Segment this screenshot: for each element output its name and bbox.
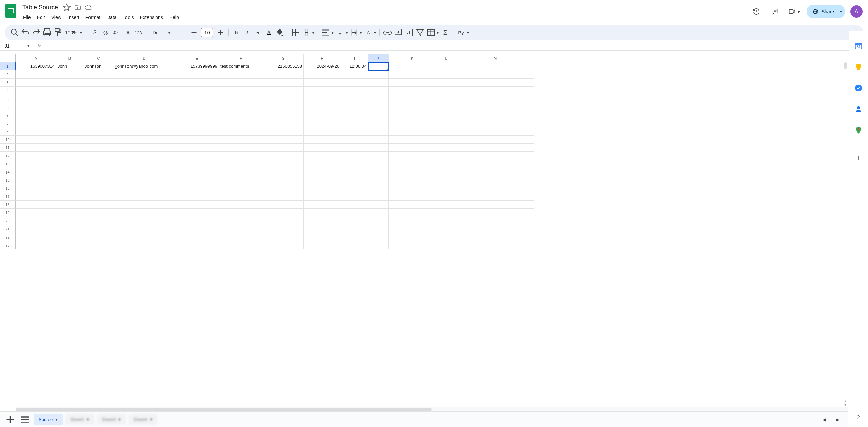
cell-A21[interactable] [16,225,56,233]
sheet-tab-blurred-1[interactable]: Sheet3▼ [97,414,126,425]
share-dropdown[interactable]: ▼ [835,5,845,18]
menu-data[interactable]: Data [104,13,119,21]
row-header-20[interactable]: 20 [0,217,16,225]
cell-F9[interactable] [219,127,263,136]
cell-D10[interactable] [114,136,175,144]
rotate-icon[interactable]: A [363,27,373,38]
cell-F23[interactable] [219,241,263,249]
merge-dropdown[interactable]: ▼ [312,31,315,35]
menu-edit[interactable]: Edit [34,13,48,21]
cell-B12[interactable] [56,152,83,160]
history-icon[interactable] [750,5,763,18]
menu-view[interactable]: View [48,13,64,21]
cell-G14[interactable] [263,168,304,176]
undo-icon[interactable] [20,27,31,38]
cell-M3[interactable] [456,79,534,87]
cell-B17[interactable] [56,192,83,201]
cell-H12[interactable] [304,152,341,160]
cell-C14[interactable] [83,168,114,176]
cell-F7[interactable] [219,111,263,119]
cell-K14[interactable] [389,168,436,176]
cell-D3[interactable] [114,79,175,87]
cell-F10[interactable] [219,136,263,144]
cell-H18[interactable] [304,201,341,209]
cell-L19[interactable] [436,209,456,217]
cell-H7[interactable] [304,111,341,119]
cell-B23[interactable] [56,241,83,249]
column-header-G[interactable]: G [263,54,304,62]
italic-icon[interactable]: I [242,27,252,38]
cell-E6[interactable] [175,103,219,111]
cell-B21[interactable] [56,225,83,233]
cell-I5[interactable] [341,95,368,103]
cell-K5[interactable] [389,95,436,103]
cell-E18[interactable] [175,201,219,209]
column-header-E[interactable]: E [175,54,219,62]
cell-L2[interactable] [436,70,456,79]
merge-icon[interactable] [301,27,312,38]
cell-J14[interactable] [368,168,389,176]
cell-L22[interactable] [436,233,456,241]
cell-K18[interactable] [389,201,436,209]
cell-C1[interactable]: Johnson [83,62,114,70]
halign-icon[interactable] [321,27,331,38]
cell-A6[interactable] [16,103,56,111]
bold-icon[interactable]: B [231,27,241,38]
cell-A17[interactable] [16,192,56,201]
cell-I7[interactable] [341,111,368,119]
cell-J20[interactable] [368,217,389,225]
cell-L10[interactable] [436,136,456,144]
cell-E2[interactable] [175,70,219,79]
cell-E19[interactable] [175,209,219,217]
cell-F18[interactable] [219,201,263,209]
row-header-9[interactable]: 9 [0,127,16,136]
cell-I11[interactable] [341,144,368,152]
cell-E12[interactable] [175,152,219,160]
cell-M6[interactable] [456,103,534,111]
cell-K3[interactable] [389,79,436,87]
cell-A11[interactable] [16,144,56,152]
cell-J6[interactable] [368,103,389,111]
horizontal-scrollbar[interactable] [16,407,848,411]
cell-F4[interactable] [219,87,263,95]
doc-title[interactable]: Table Source [20,3,60,12]
cell-E1[interactable]: 15739999999 [175,62,219,70]
row-header-18[interactable]: 18 [0,201,16,209]
cell-M16[interactable] [456,184,534,192]
cell-B9[interactable] [56,127,83,136]
row-header-22[interactable]: 22 [0,233,16,241]
cell-B10[interactable] [56,136,83,144]
cell-F8[interactable] [219,119,263,127]
row-header-16[interactable]: 16 [0,184,16,192]
paint-format-icon[interactable] [53,27,63,38]
cell-B22[interactable] [56,233,83,241]
cell-A1[interactable]: 1639007314 [16,62,56,70]
cell-H6[interactable] [304,103,341,111]
cell-M19[interactable] [456,209,534,217]
menu-format[interactable]: Format [83,13,103,21]
cell-G9[interactable] [263,127,304,136]
cell-B5[interactable] [56,95,83,103]
cell-G1[interactable]: 2150355158 [263,62,304,70]
column-header-I[interactable]: I [341,54,368,62]
sheet-tab-blurred-0[interactable]: Sheet2▼ [65,414,94,425]
font-select[interactable]: Defaul…▼ [149,30,183,35]
cell-G5[interactable] [263,95,304,103]
row-header-13[interactable]: 13 [0,160,16,168]
cell-K13[interactable] [389,160,436,168]
sheet-tab-active[interactable]: Source ▼ [34,414,63,425]
cell-L6[interactable] [436,103,456,111]
cell-K15[interactable] [389,176,436,184]
cell-C3[interactable] [83,79,114,87]
cell-A18[interactable] [16,201,56,209]
cell-A23[interactable] [16,241,56,249]
cell-B8[interactable] [56,119,83,127]
column-header-K[interactable]: K [389,54,436,62]
column-header-B[interactable]: B [56,54,83,62]
maps-app-icon[interactable] [852,123,865,137]
cell-K16[interactable] [389,184,436,192]
cell-M21[interactable] [456,225,534,233]
cell-G7[interactable] [263,111,304,119]
column-header-J[interactable]: J [368,54,389,62]
row-header-5[interactable]: 5 [0,95,16,103]
